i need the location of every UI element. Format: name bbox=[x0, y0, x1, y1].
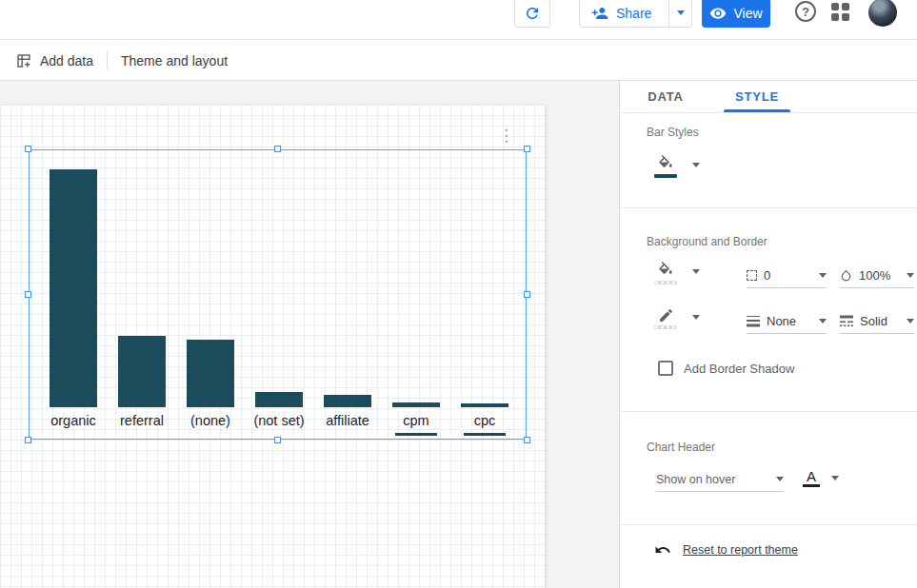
bar-referral[interactable] bbox=[118, 336, 166, 407]
share-dropdown-button[interactable] bbox=[668, 0, 691, 27]
add-data-label: Add data bbox=[40, 53, 93, 69]
bar-column: organic bbox=[50, 169, 97, 407]
bar-label: referral bbox=[120, 413, 164, 428]
opacity-value: 100% bbox=[859, 268, 900, 283]
chevron-down-icon bbox=[831, 476, 839, 480]
section-title-bar-styles: Bar Styles bbox=[647, 126, 699, 139]
selection-handle-bottom-center[interactable] bbox=[274, 437, 281, 443]
top-toolbar: Share View ? bbox=[0, 0, 917, 40]
bar-chart[interactable]: organicreferral(none)(not set)affiliatec… bbox=[50, 169, 508, 407]
eye-icon bbox=[709, 5, 727, 22]
panel-tabs: DATA STYLE bbox=[620, 81, 917, 113]
line-weight-icon bbox=[747, 315, 760, 327]
edit-toolbar: Add data Theme and layout bbox=[0, 40, 917, 81]
border-color-control[interactable] bbox=[654, 307, 700, 329]
theme-and-layout-button[interactable]: Theme and layout bbox=[121, 40, 228, 81]
selection-handle-bottom-right[interactable] bbox=[524, 437, 530, 443]
bar-none[interactable] bbox=[187, 340, 234, 407]
chart-header-visibility-select[interactable]: Show on hover bbox=[656, 467, 784, 492]
selection-handle-middle-right[interactable] bbox=[524, 291, 530, 298]
bar-column: cpc bbox=[461, 169, 508, 407]
bar-notset[interactable] bbox=[255, 392, 303, 407]
user-avatar[interactable] bbox=[868, 0, 897, 27]
bar-fill-color-control[interactable] bbox=[654, 155, 700, 178]
chevron-down-icon bbox=[692, 163, 700, 167]
add-data-button[interactable]: Add data bbox=[15, 40, 93, 81]
refresh-button[interactable] bbox=[514, 0, 550, 28]
help-button[interactable]: ? bbox=[795, 1, 816, 22]
bar-column: cpm bbox=[392, 169, 440, 407]
axis-segment bbox=[395, 433, 437, 436]
bar-affiliate[interactable] bbox=[324, 395, 371, 407]
bar-column: affiliate bbox=[324, 169, 371, 407]
chart-header-visibility-value: Show on hover bbox=[656, 473, 769, 486]
help-icon: ? bbox=[802, 5, 809, 19]
apps-grid-dot bbox=[831, 3, 839, 10]
apps-grid-dot bbox=[831, 13, 839, 21]
border-pen-icon bbox=[658, 307, 674, 323]
selection-handle-top-left[interactable] bbox=[25, 146, 31, 152]
selection-handle-top-right[interactable] bbox=[524, 146, 530, 152]
border-style-select[interactable]: Solid bbox=[840, 309, 914, 334]
bar-column: (not set) bbox=[255, 169, 303, 407]
apps-grid-icon[interactable] bbox=[831, 3, 850, 22]
chevron-down-icon bbox=[819, 273, 827, 278]
section-title-background-border: Background and Border bbox=[647, 235, 767, 248]
border-weight-select[interactable]: None bbox=[747, 309, 827, 334]
bar-label: cpc bbox=[474, 413, 496, 428]
tab-style[interactable]: STYLE bbox=[711, 81, 803, 112]
font-color-a-icon: A bbox=[807, 469, 816, 483]
axis-segment bbox=[464, 433, 506, 436]
add-border-shadow-option[interactable]: Add Border Shadow bbox=[658, 361, 794, 376]
background-color-control[interactable] bbox=[654, 262, 700, 284]
share-button-label: Share bbox=[616, 6, 651, 21]
font-color-swatch bbox=[803, 484, 820, 487]
chart-more-options-icon[interactable]: ⋮ bbox=[498, 127, 514, 144]
chevron-down-icon bbox=[819, 319, 827, 323]
reset-to-report-theme[interactable]: Reset to report theme bbox=[654, 541, 798, 559]
border-radius-icon bbox=[747, 270, 757, 281]
bar-label: (none) bbox=[190, 413, 230, 428]
reset-link-label: Reset to report theme bbox=[683, 543, 798, 557]
bar-column: (none) bbox=[187, 169, 234, 407]
border-radius-select[interactable]: 0 bbox=[747, 264, 827, 288]
section-divider bbox=[620, 411, 917, 412]
border-shadow-label: Add Border Shadow bbox=[684, 362, 794, 376]
person-add-icon bbox=[591, 5, 608, 22]
section-divider bbox=[620, 207, 917, 208]
opacity-select[interactable]: 100% bbox=[840, 264, 914, 288]
line-style-icon bbox=[840, 315, 853, 327]
properties-panel: DATA STYLE Bar Styles Background and Bor… bbox=[619, 81, 917, 588]
tab-data[interactable]: DATA bbox=[620, 81, 711, 112]
paint-bucket-icon bbox=[657, 155, 674, 172]
bar-label: organic bbox=[50, 413, 96, 428]
bar-cpm[interactable] bbox=[392, 402, 440, 407]
chevron-down-icon bbox=[677, 10, 685, 15]
opacity-droplet-icon bbox=[840, 269, 852, 282]
border-weight-value: None bbox=[767, 314, 812, 328]
section-divider bbox=[620, 524, 917, 525]
selection-handle-bottom-left[interactable] bbox=[25, 437, 31, 443]
paint-bucket-icon bbox=[657, 262, 674, 279]
apps-grid-dot bbox=[842, 3, 849, 10]
section-title-chart-header: Chart Header bbox=[647, 441, 715, 454]
theme-layout-label: Theme and layout bbox=[121, 53, 228, 69]
bar-label: (not set) bbox=[253, 413, 304, 428]
border-shadow-checkbox[interactable] bbox=[658, 361, 673, 376]
bar-organic[interactable] bbox=[50, 169, 97, 407]
refresh-icon bbox=[524, 5, 541, 22]
border-style-value: Solid bbox=[860, 314, 900, 328]
selection-handle-middle-left[interactable] bbox=[25, 291, 31, 298]
apps-grid-dot bbox=[842, 13, 849, 21]
background-color-swatch bbox=[654, 281, 677, 284]
bar-label: affiliate bbox=[326, 413, 369, 428]
report-canvas[interactable]: ⋮ organicreferral(none)(not set)affiliat… bbox=[0, 105, 545, 588]
view-button[interactable]: View bbox=[702, 0, 770, 28]
bar-fill-swatch bbox=[654, 174, 677, 178]
share-button[interactable]: Share bbox=[579, 0, 692, 28]
border-color-swatch bbox=[654, 325, 677, 329]
header-font-color-control[interactable]: A bbox=[803, 469, 839, 487]
bar-cpc[interactable] bbox=[461, 403, 508, 407]
chevron-down-icon bbox=[692, 315, 700, 320]
selection-handle-top-center[interactable] bbox=[274, 146, 281, 152]
